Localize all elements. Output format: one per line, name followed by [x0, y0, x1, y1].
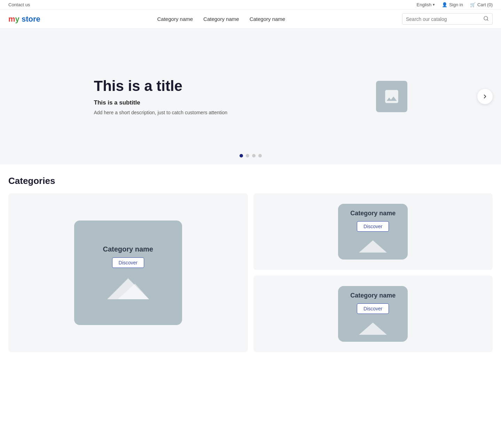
discover-button-2[interactable]: Discover: [357, 221, 389, 232]
category-inner-2: Category name Discover: [338, 204, 408, 260]
mountain-icon-3: [359, 321, 387, 336]
logo-m: m: [8, 15, 15, 24]
language-selector[interactable]: English ▾: [417, 2, 435, 7]
category-inner-3: Category name Discover: [338, 286, 408, 342]
categories-title: Categories: [8, 176, 493, 186]
hero-description: Add here a short description, just to ca…: [94, 110, 348, 115]
categories-grid: Category name Discover Category name Dis…: [8, 193, 493, 352]
category-card-3: Category name Discover: [253, 276, 493, 352]
main-nav: Category name Category name Category nam…: [157, 16, 285, 22]
hero-dot-1[interactable]: [240, 154, 243, 157]
category-card-1: Category name Discover: [8, 193, 248, 352]
logo-y: y: [15, 15, 19, 24]
contact-link[interactable]: Contact us: [8, 2, 30, 7]
hero-next-button[interactable]: [477, 89, 493, 104]
hero-content: This is a title This is a subtitle Add h…: [94, 78, 407, 115]
person-icon: 👤: [442, 2, 447, 7]
hero-title: This is a title: [94, 78, 348, 94]
discover-button-1[interactable]: Discover: [112, 257, 144, 268]
nav-item-2[interactable]: Category name: [203, 16, 239, 22]
top-bar: Contact us English ▾ 👤 Sign in 🛒 Cart (0…: [0, 0, 501, 10]
hero-dot-2[interactable]: [246, 154, 249, 157]
image-placeholder-icon: [383, 88, 400, 105]
hero-text: This is a title This is a subtitle Add h…: [94, 78, 348, 115]
right-column: Category name Discover Category name Dis…: [253, 193, 493, 352]
chevron-down-icon: ▾: [433, 2, 435, 7]
hero-image: [376, 81, 407, 112]
svg-line-1: [487, 20, 488, 21]
search-box: [402, 13, 493, 25]
search-icon: [483, 16, 489, 21]
nav-item-3[interactable]: Category name: [250, 16, 285, 22]
hero-dot-3[interactable]: [252, 154, 256, 157]
categories-section: Categories Category name Discover Catego…: [0, 164, 501, 363]
nav-item-1[interactable]: Category name: [157, 16, 193, 22]
search-input[interactable]: [406, 16, 481, 22]
top-bar-right: English ▾ 👤 Sign in 🛒 Cart (0): [417, 2, 493, 7]
discover-button-3[interactable]: Discover: [357, 303, 389, 314]
mountain-icon-2: [359, 239, 387, 254]
category-name-2: Category name: [350, 210, 396, 217]
svg-marker-5: [359, 323, 387, 335]
svg-marker-4: [359, 240, 387, 253]
logo[interactable]: my store: [8, 15, 40, 24]
category-name-1: Category name: [103, 245, 154, 253]
category-name-3: Category name: [350, 292, 396, 299]
hero-dots: [240, 154, 262, 157]
chevron-right-icon: [482, 93, 488, 100]
cart-link[interactable]: 🛒 Cart (0): [470, 2, 493, 7]
hero-subtitle: This is a subtitle: [94, 99, 348, 106]
sign-in-link[interactable]: 👤 Sign in: [442, 2, 463, 7]
cart-label: Cart (0): [477, 2, 493, 7]
language-label: English: [417, 2, 432, 7]
category-inner-1: Category name Discover: [74, 221, 182, 325]
mountain-icon-1: [107, 275, 149, 301]
search-button[interactable]: [483, 16, 489, 22]
cart-icon: 🛒: [470, 2, 476, 7]
category-card-2: Category name Discover: [253, 193, 493, 270]
sign-in-label: Sign in: [449, 2, 463, 7]
hero-section: This is a title This is a subtitle Add h…: [0, 29, 501, 164]
logo-store: store: [22, 15, 40, 24]
header: my store Category name Category name Cat…: [0, 10, 501, 29]
hero-dot-4[interactable]: [258, 154, 262, 157]
